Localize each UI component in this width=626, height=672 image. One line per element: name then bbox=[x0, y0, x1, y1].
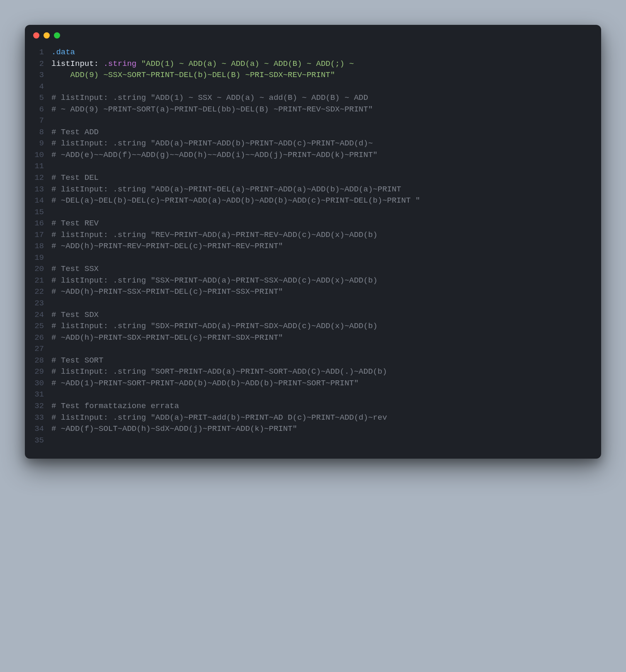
line-content: # listInput: .string "ADD(a)~PRINT~DEL(a… bbox=[51, 184, 592, 196]
line-number: 32 bbox=[34, 401, 51, 412]
line-number: 12 bbox=[34, 172, 51, 184]
line-content: ADD(9) ~SSX~SORT~PRINT~DEL(b)~DEL(B) ~PR… bbox=[51, 70, 592, 81]
line-number: 15 bbox=[34, 207, 51, 218]
token-comment: # Test SORT bbox=[51, 356, 103, 365]
token-plain bbox=[136, 59, 141, 68]
code-line: 5# listInput: .string "ADD(1) ~ SSX ~ AD… bbox=[34, 92, 592, 104]
line-content bbox=[51, 161, 592, 172]
code-line: 34# ~ADD(f)~SOLT~ADD(h)~SdX~ADD(j)~PRINT… bbox=[34, 423, 592, 435]
token-comment: # listInput: .string "ADD(a)~PRIT~add(b)… bbox=[51, 413, 387, 422]
line-content: # ~ADD(f)~SOLT~ADD(h)~SdX~ADD(j)~PRINT~A… bbox=[51, 423, 592, 435]
code-line: 8# Test ADD bbox=[34, 127, 592, 138]
line-number: 6 bbox=[34, 104, 51, 116]
line-number: 3 bbox=[34, 70, 51, 81]
line-number: 29 bbox=[34, 366, 51, 378]
code-line: 11 bbox=[34, 161, 592, 172]
line-number: 27 bbox=[34, 343, 51, 355]
code-line: 3 ADD(9) ~SSX~SORT~PRINT~DEL(b)~DEL(B) ~… bbox=[34, 70, 592, 81]
line-number: 21 bbox=[34, 275, 51, 287]
line-content: listInput: .string "ADD(1) ~ ADD(a) ~ AD… bbox=[51, 58, 592, 70]
token-comment: # Test SSX bbox=[51, 264, 99, 273]
line-number: 30 bbox=[34, 378, 51, 389]
terminal-window: 1.data2listInput: .string "ADD(1) ~ ADD(… bbox=[25, 25, 601, 459]
code-line: 27 bbox=[34, 343, 592, 355]
line-content: # Test SORT bbox=[51, 355, 592, 367]
token-comment: # listInput: .string "SSX~PRINT~ADD(a)~P… bbox=[51, 276, 378, 285]
line-number: 28 bbox=[34, 355, 51, 367]
code-line: 15 bbox=[34, 207, 592, 218]
zoom-icon[interactable] bbox=[54, 32, 60, 39]
line-number: 9 bbox=[34, 138, 51, 150]
line-number: 23 bbox=[34, 298, 51, 309]
code-line: 31 bbox=[34, 389, 592, 401]
line-content: # ~DEL(a)~DEL(b)~DEL(c)~PRINT~ADD(a)~ADD… bbox=[51, 195, 592, 207]
close-icon[interactable] bbox=[33, 32, 39, 39]
minimize-icon[interactable] bbox=[44, 32, 50, 39]
line-number: 18 bbox=[34, 241, 51, 252]
line-number: 33 bbox=[34, 412, 51, 424]
code-line: 28# Test SORT bbox=[34, 355, 592, 367]
line-content: # ~ADD(e)~~ADD(f)~~ADD(g)~~ADD(h)~~ADD(i… bbox=[51, 150, 592, 161]
line-content: # listInput: .string "ADD(1) ~ SSX ~ ADD… bbox=[51, 92, 592, 104]
token-comment: # ~ADD(h)~PRINT~REV~PRINT~DEL(c)~PRINT~R… bbox=[51, 242, 283, 251]
token-comment: # Test DEL bbox=[51, 173, 99, 182]
line-content: # ~ADD(h)~PRINT~SDX~PRINT~DEL(c)~PRINT~S… bbox=[51, 332, 592, 344]
line-number: 2 bbox=[34, 58, 51, 70]
line-number: 7 bbox=[34, 115, 51, 127]
line-number: 31 bbox=[34, 389, 51, 401]
code-line: 17# listInput: .string "REV~PRINT~ADD(a)… bbox=[34, 230, 592, 241]
line-content bbox=[51, 207, 592, 218]
code-line: 12# Test DEL bbox=[34, 172, 592, 184]
line-content: # listInput: .string "ADD(a)~PRIT~add(b)… bbox=[51, 412, 592, 424]
line-content bbox=[51, 435, 592, 447]
token-comment: # ~DEL(a)~DEL(b)~DEL(c)~PRINT~ADD(a)~ADD… bbox=[51, 196, 420, 205]
token-comment: # ~ADD(e)~~ADD(f)~~ADD(g)~~ADD(h)~~ADD(i… bbox=[51, 150, 378, 160]
line-number: 22 bbox=[34, 286, 51, 298]
line-content: # Test formattazione errata bbox=[51, 401, 592, 412]
line-content: # listInput: .string "SSX~PRINT~ADD(a)~P… bbox=[51, 275, 592, 287]
token-comment: # listInput: .string "ADD(a)~PRINT~DEL(a… bbox=[51, 185, 401, 194]
line-number: 35 bbox=[34, 435, 51, 447]
token-plain bbox=[99, 59, 103, 68]
line-number: 4 bbox=[34, 81, 51, 93]
token-comment: # listInput: .string "SORT~PRINT~ADD(a)~… bbox=[51, 367, 387, 376]
token-comment: # ~ ADD(9) ~PRINT~SORT(a)~PRINT~DEL(bb)~… bbox=[51, 105, 373, 114]
line-content: # Test SDX bbox=[51, 309, 592, 321]
line-content: # listInput: .string "SORT~PRINT~ADD(a)~… bbox=[51, 366, 592, 378]
line-content: # listInput: .string "SDX~PRINT~ADD(a)~P… bbox=[51, 321, 592, 332]
line-number: 26 bbox=[34, 332, 51, 344]
code-editor[interactable]: 1.data2listInput: .string "ADD(1) ~ ADD(… bbox=[25, 42, 601, 459]
code-line: 4 bbox=[34, 81, 592, 93]
line-content bbox=[51, 81, 592, 93]
line-content bbox=[51, 389, 592, 401]
code-line: 1.data bbox=[34, 47, 592, 58]
line-content: # listInput: .string "ADD(a)~PRINT~ADD(b… bbox=[51, 138, 592, 150]
line-number: 20 bbox=[34, 263, 51, 275]
token-comment: # ~ADD(1)~PRINT~SORT~PRINT~ADD(b)~ADD(b)… bbox=[51, 379, 359, 388]
line-number: 1 bbox=[34, 47, 51, 58]
code-line: 2listInput: .string "ADD(1) ~ ADD(a) ~ A… bbox=[34, 58, 592, 70]
line-number: 34 bbox=[34, 423, 51, 435]
token-directive: .data bbox=[51, 48, 75, 57]
code-line: 23 bbox=[34, 298, 592, 309]
line-content: # ~ADD(h)~PRINT~SSX~PRINT~DEL(c)~PRINT~S… bbox=[51, 286, 592, 298]
token-label: listInput: bbox=[51, 59, 99, 68]
line-content bbox=[51, 343, 592, 355]
line-number: 17 bbox=[34, 230, 51, 241]
line-number: 13 bbox=[34, 184, 51, 196]
code-line: 25# listInput: .string "SDX~PRINT~ADD(a)… bbox=[34, 321, 592, 332]
line-content: # Test DEL bbox=[51, 172, 592, 184]
token-comment: # Test ADD bbox=[51, 128, 99, 137]
token-comment: # listInput: .string "SDX~PRINT~ADD(a)~P… bbox=[51, 321, 378, 331]
line-content bbox=[51, 298, 592, 309]
code-line: 21# listInput: .string "SSX~PRINT~ADD(a)… bbox=[34, 275, 592, 287]
line-number: 8 bbox=[34, 127, 51, 138]
token-comment: # listInput: .string "REV~PRINT~ADD(a)~P… bbox=[51, 230, 378, 239]
code-line: 19 bbox=[34, 252, 592, 264]
titlebar bbox=[25, 25, 601, 42]
line-content: # ~ ADD(9) ~PRINT~SORT(a)~PRINT~DEL(bb)~… bbox=[51, 104, 592, 116]
code-line: 13# listInput: .string "ADD(a)~PRINT~DEL… bbox=[34, 184, 592, 196]
code-line: 29# listInput: .string "SORT~PRINT~ADD(a… bbox=[34, 366, 592, 378]
code-line: 9# listInput: .string "ADD(a)~PRINT~ADD(… bbox=[34, 138, 592, 150]
line-content: # Test REV bbox=[51, 218, 592, 230]
